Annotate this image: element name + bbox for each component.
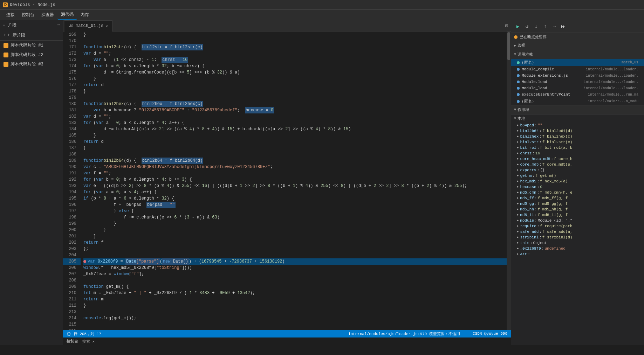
expand-icon[interactable]: ⊡: [505, 23, 508, 29]
code-line[interactable]: [83, 151, 507, 158]
code-line[interactable]: [83, 95, 507, 101]
code-line[interactable]: var d = "";: [83, 113, 507, 120]
code-line[interactable]: [83, 309, 507, 315]
debug-step-into-btn[interactable]: ↑: [541, 23, 549, 30]
code-line[interactable]: console.log(get_m());: [83, 315, 507, 321]
tab-match01[interactable]: JS match_01.js ✕: [64, 20, 112, 32]
debug-restart-btn[interactable]: ↺: [523, 23, 531, 30]
callstack-header[interactable]: ▼ 调用堆栈: [511, 50, 644, 59]
code-line[interactable]: }: [83, 221, 507, 227]
code-line[interactable]: for (var a = 0; a < c.length * 4; a++) {: [83, 120, 507, 126]
monitor-header[interactable]: ▶ 监视: [511, 41, 644, 50]
code-line[interactable]: return m: [83, 296, 507, 302]
code-line[interactable]: function binl2hex(c) { binl2hex = f binl…: [83, 101, 507, 107]
code-line[interactable]: f += b64pad b64pad = "": [83, 202, 507, 208]
toolbar-snippets[interactable]: 片段: [8, 22, 16, 28]
callstack-item[interactable]: Module_extensions.jsinternal/module...lo…: [511, 72, 644, 79]
callstack-item[interactable]: executeUserEntryPointinternal/module...r…: [511, 91, 644, 98]
scope-item[interactable]: ▶binl2str: f binl2str(c): [511, 139, 644, 145]
sidebar-item-snippet1[interactable]: 脚本代码片段 #1: [0, 41, 63, 50]
code-line[interactable]: }: [83, 233, 507, 239]
scope-item[interactable]: ▶binl2hex: f binl2hex(c): [511, 134, 644, 139]
code-line[interactable]: }: [83, 32, 507, 38]
code-line[interactable]: _0x57feae = window["f"];: [83, 271, 507, 277]
code-line[interactable]: [83, 38, 507, 44]
code-line[interactable]: f += c.charAt((e >> 6 * (3 - a)) & 63): [83, 214, 507, 221]
code-line[interactable]: [83, 252, 507, 258]
new-snippet-button[interactable]: + + 新片段: [0, 30, 63, 41]
menu-connect[interactable]: 连接: [3, 11, 18, 19]
scope-item[interactable]: ▶str2binl: f str2binl(d): [511, 235, 644, 240]
scope-item[interactable]: ▶bit_rol: f bit_rol(a, b: [511, 145, 644, 151]
code-content[interactable]: } function binl2str(c) { binl2str = f bi…: [81, 32, 507, 330]
code-line[interactable]: }: [83, 88, 507, 95]
scrollbar[interactable]: [507, 32, 511, 330]
code-line[interactable]: }: [83, 76, 507, 82]
code-line[interactable]: var f = "";: [83, 170, 507, 176]
debug-step-out-btn[interactable]: →: [550, 23, 558, 30]
scope-item[interactable]: ▶module: Module {id: ".": [511, 218, 644, 223]
code-line[interactable]: var c = "ABCDEFGHIJKLMNOPQRSTUVWXYZabcde…: [83, 164, 507, 170]
toolbar-more[interactable]: ⋯: [57, 22, 60, 28]
code-line[interactable]: };: [83, 246, 507, 252]
code-area[interactable]: 1691701711721731741751761771781791801811…: [63, 32, 511, 330]
code-line[interactable]: }: [83, 132, 507, 139]
menu-console[interactable]: 控制台: [18, 11, 38, 19]
callstack-item[interactable]: Module.loadinternal/module.../loader.: [511, 79, 644, 85]
local-scope-header[interactable]: ▼ 本地: [511, 114, 644, 123]
scope-item[interactable]: ▶hex_md5: f hex_md5(a): [511, 179, 644, 184]
code-line[interactable]: function binl2str(c) { binl2str = f binl…: [83, 44, 507, 50]
code-line[interactable]: var a = (1 << chrsz) - 1; chrsz = 16: [83, 57, 507, 63]
callstack-item[interactable]: (匿名)match_01: [511, 59, 644, 66]
callstack-item[interactable]: Module_compileinternal/module...loader.: [511, 66, 644, 72]
scope-item[interactable]: ▶md5_ii: f md5_ii(g, f: [511, 212, 644, 218]
callstack-item[interactable]: (匿名)internal/main/r...n_modu: [511, 98, 644, 105]
scope-item[interactable]: ▶this: Object: [511, 240, 644, 246]
code-line[interactable]: }: [83, 227, 507, 233]
code-line[interactable]: } else {: [83, 208, 507, 214]
code-line[interactable]: function binl2b64(d) { binl2b64 = f binl…: [83, 158, 507, 164]
code-line[interactable]: var _0x2268f9 = Date["parse"](new Date()…: [83, 258, 507, 265]
code-line[interactable]: for (var b = 0; b < d.length * 4; b += 3…: [83, 176, 507, 183]
scope-item[interactable]: ▶md5_ff: f md5_ff(g, f: [511, 195, 644, 201]
scope-item[interactable]: ▶exports: {}: [511, 167, 644, 173]
callstack-item[interactable]: Module_loadinternal/module.../loader.: [511, 85, 644, 91]
code-line[interactable]: for (var a = 0; a < 4; a++) {: [83, 189, 507, 195]
sidebar-item-snippet2[interactable]: 脚本代码片段 #2: [0, 50, 63, 60]
debug-step-btn[interactable]: ⏭: [560, 23, 567, 30]
scope-item[interactable]: ▶md5_cmn: f md5_cmn(h, e: [511, 190, 644, 195]
scrollbar-thumb[interactable]: [507, 32, 510, 60]
toolbar-layout-icon[interactable]: ⊞: [3, 22, 5, 28]
code-line[interactable]: d += String.fromCharCode((c[b >> 5] >>> …: [83, 69, 507, 76]
code-line[interactable]: [83, 277, 507, 284]
scope-item[interactable]: ▶hexcase: 0: [511, 184, 644, 190]
scope-item[interactable]: ▶safe_add: f safe_add(a,: [511, 229, 644, 235]
code-line[interactable]: return d: [83, 139, 507, 145]
code-line[interactable]: }: [83, 302, 507, 309]
search-tab[interactable]: 搜索 ✕: [82, 338, 95, 345]
tab-close-icon[interactable]: ✕: [105, 24, 108, 28]
sidebar-item-snippet3[interactable]: 脚本代码片段 #3: [0, 60, 63, 69]
scope-header[interactable]: ▼ 作用域: [511, 105, 644, 114]
menu-profiler[interactable]: 探查器: [38, 11, 57, 19]
code-line[interactable]: for (var b = 0; b < c.length * 32; b += …: [83, 63, 507, 69]
scope-item[interactable]: ▶md5_hh: f md5_hh(g, f: [511, 207, 644, 212]
console-tab[interactable]: 控制台: [67, 337, 78, 346]
debug-step-over-btn[interactable]: ↓: [532, 23, 540, 30]
scope-item[interactable]: ▶chrsz: 16: [511, 151, 644, 156]
menu-sources[interactable]: 源代码: [57, 10, 77, 20]
scope-item[interactable]: ▶binl2b64: f binl2b64(d): [511, 128, 644, 134]
scope-item[interactable]: ▶Att:: [511, 251, 644, 257]
code-line[interactable]: var d = "";: [83, 50, 507, 57]
scope-item[interactable]: ▶md5_gg: f md5_gg(g, f: [511, 201, 644, 207]
code-line[interactable]: [83, 321, 507, 328]
code-line[interactable]: let m = _0x57feae + " | " + _0x2268f9 / …: [83, 290, 507, 296]
code-line[interactable]: var b = hexcase ? "0123456789ABCDEF" : "…: [83, 107, 507, 113]
code-line[interactable]: [83, 328, 507, 330]
menu-memory[interactable]: 内存: [77, 11, 93, 19]
scope-item[interactable]: ▶core_md5: f core_md5(p,: [511, 162, 644, 167]
code-line[interactable]: return f: [83, 239, 507, 246]
code-line[interactable]: var e = (((d[b >> 2] >> 8 * (b % 4)) & 2…: [83, 183, 507, 189]
debug-resume-btn[interactable]: ▶: [514, 23, 522, 30]
code-line[interactable]: }: [83, 145, 507, 151]
